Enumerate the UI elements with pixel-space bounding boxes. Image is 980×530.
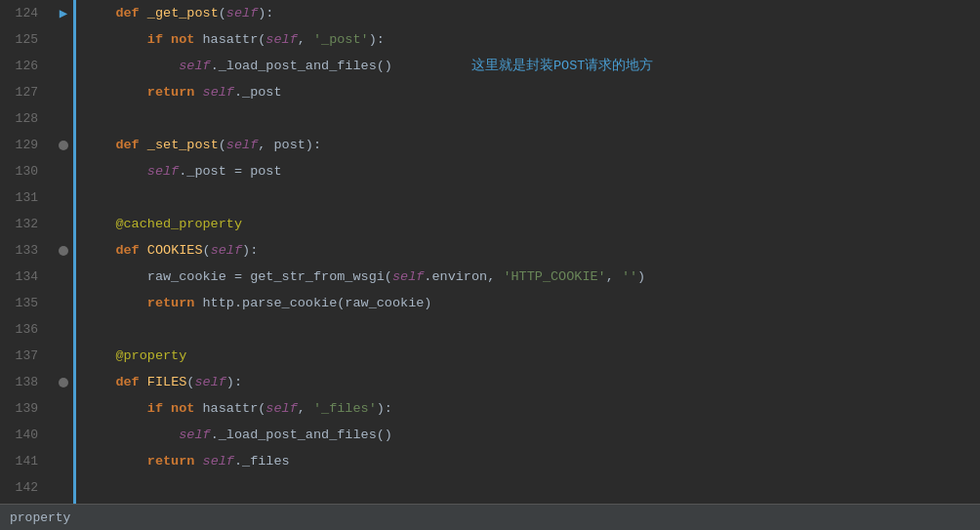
line-content[interactable]: def FILES(self):: [76, 369, 980, 395]
code-token: self: [265, 401, 297, 416]
code-token: def: [115, 243, 139, 258]
code-token: [84, 296, 147, 310]
line-content[interactable]: self._load_post_and_files() 这里就是封装POST请求…: [76, 53, 980, 79]
code-token: [84, 375, 115, 389]
code-line: 132 @cached_property: [0, 211, 980, 237]
code-token: def: [115, 6, 139, 20]
code-token: [140, 6, 147, 20]
code-line: 141 return self._files: [0, 448, 980, 474]
code-line: 135 return http.parse_cookie(raw_cookie): [0, 290, 980, 316]
line-number: 137: [0, 343, 54, 369]
line-content[interactable]: if not hasattr(self, '_post'):: [76, 26, 980, 53]
code-token: '_post': [313, 32, 369, 47]
code-token: return: [147, 296, 195, 310]
code-token: [194, 454, 202, 469]
code-token: self: [211, 243, 242, 258]
code-token: ,: [298, 32, 313, 47]
code-token: [194, 85, 202, 100]
code-token: self: [179, 428, 210, 442]
code-line: 136: [0, 316, 980, 343]
breakpoint-dot: [59, 246, 68, 256]
line-content[interactable]: def COOKIES(self):: [76, 237, 980, 264]
line-content[interactable]: raw_cookie = get_str_from_wsgi(self.envi…: [76, 264, 980, 290]
line-gutter: [54, 378, 73, 387]
code-token: ):: [242, 243, 258, 258]
code-token: if not: [147, 401, 195, 416]
code-token: self: [179, 59, 210, 73]
line-content[interactable]: if not hasattr(self, '_files'):: [76, 395, 980, 422]
code-token: ,: [298, 401, 313, 416]
code-container: 124▶ def _get_post(self):125 if not hasa…: [0, 0, 980, 530]
line-gutter: [54, 141, 73, 150]
code-line: 137 @property: [0, 343, 980, 369]
code-token: return: [147, 454, 195, 469]
code-token: COOKIES: [147, 243, 203, 258]
line-content[interactable]: self._load_post_and_files(): [76, 422, 980, 448]
line-number: 141: [0, 448, 54, 474]
code-token: self: [203, 85, 234, 100]
breakpoint-dot: [59, 141, 68, 150]
code-token: [84, 32, 147, 47]
code-token: ,: [606, 269, 622, 284]
line-content[interactable]: return http.parse_cookie(raw_cookie): [76, 290, 980, 316]
line-content[interactable]: @property: [76, 343, 980, 369]
code-token: _get_post: [147, 6, 219, 20]
line-number: 135: [0, 290, 54, 316]
line-content[interactable]: return self._post: [76, 79, 980, 105]
code-token: http.parse_cookie(raw_cookie): [194, 296, 431, 310]
line-number: 140: [0, 422, 54, 448]
code-line: 142: [0, 474, 980, 501]
code-token: [140, 375, 147, 389]
execution-bar: [73, 105, 76, 132]
code-line: 133 def COOKIES(self):: [0, 237, 980, 264]
code-token: (: [219, 6, 226, 20]
code-token: '': [622, 269, 637, 284]
line-gutter: ▶: [54, 7, 73, 20]
line-content[interactable]: return self._files: [76, 448, 980, 474]
status-bar: property: [0, 504, 980, 530]
code-token: [84, 217, 115, 231]
code-token: (: [203, 243, 211, 258]
line-number: 142: [0, 474, 54, 501]
code-line: 131: [0, 184, 980, 211]
code-token: , post):: [258, 138, 321, 152]
execution-bar: [73, 316, 76, 343]
code-line: 139 if not hasattr(self, '_files'):: [0, 395, 980, 422]
code-token: _set_post: [147, 138, 219, 152]
code-token: [84, 59, 179, 73]
code-line: 138 def FILES(self):: [0, 369, 980, 395]
line-number: 125: [0, 26, 54, 53]
execution-bar: [73, 474, 76, 501]
code-token: [84, 85, 147, 100]
line-content[interactable]: self._post = post: [76, 158, 980, 184]
code-token: self: [226, 138, 258, 152]
execution-bar: [73, 184, 76, 211]
code-token: FILES: [147, 375, 187, 389]
line-content[interactable]: @cached_property: [76, 211, 980, 237]
code-token: ._post = post: [179, 164, 281, 179]
code-token: ._post: [234, 85, 282, 100]
line-number: 129: [0, 132, 54, 158]
line-number: 132: [0, 211, 54, 237]
line-number: 134: [0, 264, 54, 290]
code-token: [84, 454, 147, 469]
line-content[interactable]: def _get_post(self):: [76, 0, 980, 26]
code-token: self: [226, 6, 258, 20]
code-token: self: [392, 269, 424, 284]
line-number: 127: [0, 79, 54, 105]
code-token: @property: [115, 348, 186, 363]
line-number: 131: [0, 184, 54, 211]
code-line: 140 self._load_post_and_files(): [0, 422, 980, 448]
code-token: hasattr(: [194, 32, 265, 47]
code-token: [84, 243, 115, 258]
line-number: 124: [0, 0, 54, 26]
code-line: 126 self._load_post_and_files() 这里就是封装PO…: [0, 53, 980, 79]
execution-arrow: ▶: [60, 7, 67, 20]
code-line: 134 raw_cookie = get_str_from_wsgi(self.…: [0, 264, 980, 290]
code-token: ):: [369, 32, 385, 47]
status-text: property: [10, 510, 70, 525]
line-number: 128: [0, 105, 54, 132]
line-content[interactable]: def _set_post(self, post):: [76, 132, 980, 158]
code-token: return: [147, 85, 195, 100]
code-token: .environ,: [424, 269, 503, 284]
